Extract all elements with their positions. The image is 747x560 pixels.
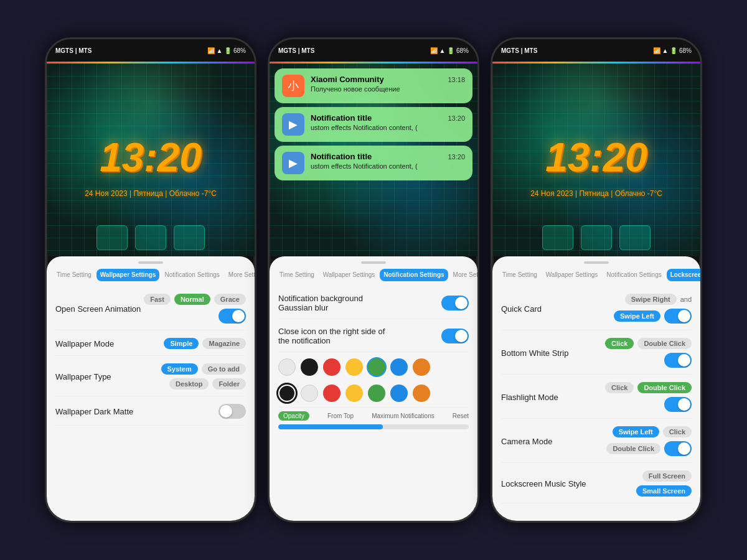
tab-wallpaper-settings[interactable]: Wallpaper Settings [542, 269, 602, 281]
progress-section: OpacityFrom TopMaximum NotificationsRese… [278, 409, 469, 434]
setting-controls: ClickDouble Click [587, 338, 692, 368]
notification-content: Xiaomi Community13:18Получено новое сооб… [311, 75, 465, 93]
pill-button[interactable]: Swipe Left [613, 426, 659, 437]
pill-button[interactable]: Click [605, 338, 634, 349]
color-swatch[interactable] [413, 358, 430, 376]
notification-card[interactable]: ▶Notification title13:20ustom effects No… [275, 146, 472, 180]
toggle-switch[interactable] [218, 309, 246, 324]
pill-button[interactable]: Grace [214, 294, 246, 305]
tabs-row: Time SettingWallpaper SettingsNotificati… [270, 264, 477, 284]
status-carrier: MGTS | MTS [55, 47, 92, 54]
wallpaper-area: 小Xiaomi Community13:18Получено новое соо… [270, 63, 477, 256]
settings-body: Open Screen AnimationFastNormalGraceWall… [47, 284, 255, 521]
color-swatch[interactable] [301, 358, 318, 376]
toggle-switch[interactable] [441, 329, 469, 343]
tab-more-settings[interactable]: More Settings [225, 269, 255, 281]
setting-row: Wallpaper Dark Matte [55, 398, 246, 426]
tab-time-setting[interactable]: Time Setting [499, 269, 541, 281]
toggle-switch[interactable] [441, 296, 469, 310]
progress-labels: OpacityFrom TopMaximum NotificationsRese… [278, 411, 469, 421]
color-row-2 [278, 382, 469, 408]
color-swatch[interactable] [301, 385, 318, 402]
pill-button[interactable]: Full Screen [642, 470, 692, 482]
progress-bar[interactable] [278, 424, 469, 429]
tab-wallpaper-settings[interactable]: Wallpaper Settings [96, 269, 160, 281]
color-swatch[interactable] [323, 385, 341, 402]
notification-content: Notification title13:20ustom effects Not… [311, 152, 465, 170]
pill-button[interactable]: Double Click [637, 382, 692, 393]
progress-label[interactable]: From Top [327, 413, 354, 419]
color-swatch[interactable] [368, 358, 385, 376]
pill-button[interactable]: System [161, 363, 198, 375]
toggle-switch[interactable] [664, 397, 692, 412]
tab-lockscreen-settings[interactable]: Lockscreen Settings [667, 269, 700, 281]
color-swatch[interactable] [278, 358, 296, 376]
toggle-switch[interactable] [218, 404, 246, 419]
status-right: 📶 ▲ 🔋 68% [653, 47, 692, 54]
notification-time: 13:20 [448, 114, 465, 122]
color-swatch[interactable] [390, 385, 408, 402]
pill-button[interactable]: Small Screen [636, 485, 692, 497]
pill-button[interactable]: Click [663, 426, 692, 437]
wallpaper-area: 13:2024 Ноя 2023 | Пятница | Облачно -7°… [47, 63, 255, 256]
status-bar: MGTS | MTS📶 ▲ 🔋 68% [47, 39, 255, 62]
tab-time-setting[interactable]: Time Setting [53, 269, 95, 281]
pill-button[interactable]: Swipe Left [614, 310, 660, 322]
status-right: 📶 ▲ 🔋 68% [207, 47, 246, 54]
notification-card[interactable]: ▶Notification title13:20ustom effects No… [275, 107, 472, 142]
setting-row: Camera ModeSwipe LeftClickDouble Click [501, 420, 692, 463]
pill-button[interactable]: Simple [164, 338, 199, 349]
color-swatch[interactable] [368, 385, 385, 402]
notification-time: 13:20 [448, 153, 465, 161]
wallpaper-area: 13:2024 Ноя 2023 | Пятница | Облачно -7°… [492, 63, 700, 256]
color-swatch[interactable] [323, 358, 341, 376]
phone-phone1: MGTS | MTS📶 ▲ 🔋 68%13:2024 Ноя 2023 | Пя… [45, 37, 256, 523]
tab-wallpaper-settings[interactable]: Wallpaper Settings [319, 269, 379, 281]
tab-time-setting[interactable]: Time Setting [276, 269, 318, 281]
tab-notification-settings[interactable]: Notification Settings [161, 269, 223, 281]
pill-button[interactable]: Desktop [169, 378, 209, 390]
color-swatch[interactable] [390, 358, 408, 376]
wallpaper-icon-box [542, 225, 573, 250]
toggle-switch[interactable] [664, 353, 692, 368]
settings-panel: Time SettingWallpaper SettingsNotificati… [270, 256, 477, 521]
phone-phone2: MGTS | MTS📶 ▲ 🔋 68%小Xiaomi Community13:1… [268, 37, 479, 523]
tab-more-settings[interactable]: More Settings [449, 269, 477, 281]
pill-button[interactable]: Click [605, 382, 634, 393]
notification-icon: ▶ [282, 113, 304, 136]
setting-label: Notification background Gaussian blur [278, 294, 393, 312]
pill-button[interactable]: Normal [174, 294, 210, 305]
notification-icon: ▶ [282, 152, 304, 174]
notification-card[interactable]: 小Xiaomi Community13:18Получено новое соо… [275, 68, 472, 103]
setting-label: Camera Mode [501, 437, 552, 446]
pill-button[interactable]: Magazine [202, 338, 246, 349]
color-swatch[interactable] [413, 385, 430, 402]
toggle-switch[interactable] [664, 441, 692, 456]
pill-button[interactable]: Double Click [606, 443, 660, 454]
pill-button[interactable]: Double Click [637, 338, 692, 349]
tab-notification-settings[interactable]: Notification Settings [603, 269, 665, 281]
setting-label: Close icon on the right side of the noti… [278, 327, 393, 345]
pill-button[interactable]: Swipe Right [625, 294, 677, 305]
progress-label[interactable]: Maximum Notifications [372, 413, 435, 419]
status-carrier: MGTS | MTS [278, 47, 314, 54]
wallpaper-icon-box [135, 225, 166, 250]
color-swatch[interactable] [345, 358, 363, 376]
tab-notification-settings[interactable]: Notification Settings [380, 269, 448, 281]
setting-label: Wallpaper Mode [55, 339, 114, 348]
color-swatch[interactable] [345, 385, 363, 402]
setting-controls [441, 296, 469, 310]
setting-row: Wallpaper TypeSystemGo to addDesktopFold… [55, 357, 246, 396]
setting-row: Quick CardSwipe RightandSwipe Left [501, 287, 692, 330]
progress-label[interactable]: Reset [453, 413, 469, 419]
progress-bar-fill [278, 424, 383, 429]
setting-label: Quick Card [501, 304, 542, 314]
notification-content: Notification title13:20ustom effects Not… [311, 113, 465, 131]
notification-body: ustom effects Notification content, ( [311, 162, 465, 170]
color-swatch[interactable] [278, 385, 296, 402]
pill-button[interactable]: Folder [212, 378, 246, 390]
toggle-switch[interactable] [664, 309, 692, 324]
pill-button[interactable]: Go to add [202, 363, 246, 375]
color-row-1 [278, 353, 469, 381]
pill-button[interactable]: Fast [144, 294, 171, 305]
